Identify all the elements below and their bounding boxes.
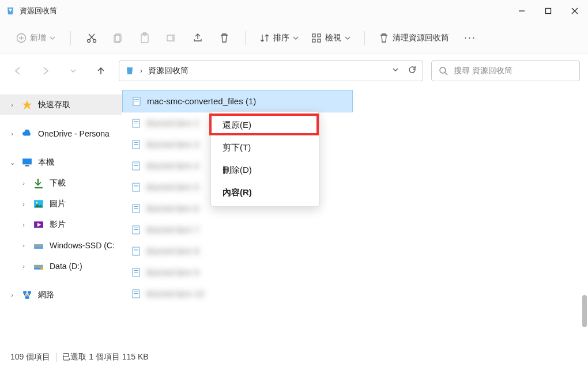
sidebar-item-network[interactable]: › 網路 [0, 285, 122, 305]
svg-rect-59 [134, 251, 138, 251]
title-bar: 資源回收筒 [0, 0, 588, 22]
recent-dropdown[interactable] [63, 61, 83, 81]
new-button[interactable]: 新增 [10, 29, 61, 47]
path-box[interactable]: › 資源回收筒 [119, 60, 423, 81]
svg-point-26 [36, 202, 37, 203]
sidebar-item-onedrive[interactable]: › OneDrive - Persona [0, 123, 122, 144]
sidebar-item-thispc[interactable]: ⌄ 本機 [0, 152, 122, 173]
svg-rect-15 [167, 35, 173, 41]
file-list: mac-smc-converted_files (1)blurred item … [122, 88, 588, 350]
minimize-button[interactable] [508, 2, 535, 20]
more-button[interactable]: ··· [457, 32, 483, 44]
forward-button[interactable] [36, 61, 55, 81]
svg-rect-64 [134, 292, 138, 292]
star-icon [22, 100, 32, 110]
share-button[interactable] [186, 27, 209, 50]
sidebar-item-cdrive[interactable]: › Windows-SSD (C: [0, 235, 122, 256]
file-row[interactable]: blurred item 7 [122, 219, 588, 240]
refresh-button[interactable] [408, 65, 417, 77]
sidebar-label: 圖片 [50, 199, 66, 209]
chevron-right-icon: › [20, 200, 28, 207]
file-row[interactable]: blurred item 6 [122, 198, 588, 219]
sidebar-label: 網路 [38, 290, 54, 300]
file-name: mac-smc-converted_files (1) [147, 96, 256, 106]
svg-rect-19 [312, 39, 315, 42]
svg-line-10 [89, 34, 94, 40]
view-button[interactable]: 檢視 [307, 29, 355, 47]
sidebar-item-quick-access[interactable]: › 快速存取 [0, 94, 122, 115]
sidebar-item-downloads[interactable]: › 下載 [0, 173, 122, 194]
sidebar: › 快速存取 › OneDrive - Persona ⌄ 本機 › 下載 › … [0, 88, 122, 350]
svg-rect-55 [134, 228, 138, 228]
videos-icon [33, 220, 44, 230]
back-button[interactable] [8, 61, 28, 81]
file-name: blurred item 7 [146, 225, 199, 234]
scrollbar-thumb[interactable] [582, 295, 587, 327]
svg-rect-40 [134, 121, 138, 122]
file-row[interactable]: blurred item 10 [122, 283, 588, 304]
drive-icon [33, 261, 44, 271]
file-name: blurred item 4 [146, 161, 199, 171]
empty-recycle-button[interactable]: 清理資源回收筒 [374, 29, 454, 47]
svg-rect-44 [134, 144, 138, 145]
file-row[interactable]: blurred item 9 [122, 262, 588, 283]
chevron-right-icon: › [8, 130, 16, 137]
cloud-icon [22, 128, 32, 139]
sort-button[interactable]: 排序 [255, 29, 303, 47]
file-icon [131, 204, 141, 213]
file-icon [131, 119, 141, 128]
file-name: blurred item 3 [146, 139, 199, 149]
maximize-button[interactable] [535, 2, 561, 20]
sort-label: 排序 [273, 33, 289, 43]
file-icon [131, 289, 141, 298]
svg-rect-17 [312, 34, 315, 37]
file-row[interactable]: blurred item 4 [122, 155, 588, 176]
sidebar-item-ddrive[interactable]: › Data (D:) [0, 256, 122, 277]
chevron-right-icon: › [20, 221, 28, 228]
ctx-restore[interactable]: 還原(E) [211, 114, 319, 137]
copy-button[interactable] [107, 27, 130, 50]
file-row[interactable]: blurred item 5 [122, 176, 588, 198]
file-icon [132, 97, 141, 106]
ctx-cut[interactable]: 剪下(T) [211, 137, 319, 159]
svg-rect-50 [134, 187, 138, 187]
sidebar-label: 影片 [50, 220, 66, 230]
path-location: 資源回收筒 [148, 66, 386, 76]
file-name: blurred item 6 [146, 203, 199, 213]
scissors-icon [86, 32, 97, 44]
sidebar-item-pictures[interactable]: › 圖片 [0, 194, 122, 214]
new-label: 新增 [30, 33, 46, 43]
file-row[interactable]: blurred item 3 [122, 134, 588, 155]
search-box[interactable]: 搜尋 資源回收筒 [431, 60, 580, 81]
ctx-properties[interactable]: 內容(R) [211, 181, 319, 204]
svg-rect-33 [23, 291, 27, 294]
file-row[interactable]: mac-smc-converted_files (1) [122, 90, 353, 112]
search-icon [439, 66, 448, 75]
svg-rect-28 [34, 244, 43, 248]
chevron-down-icon[interactable] [391, 66, 399, 76]
file-row[interactable]: blurred item 2 [122, 112, 588, 134]
sidebar-label: Windows-SSD (C: [50, 241, 115, 250]
svg-rect-62 [134, 272, 138, 273]
sidebar-label: OneDrive - Persona [38, 129, 110, 138]
ctx-delete[interactable]: 刪除(D) [211, 159, 319, 181]
plus-circle-icon [16, 33, 27, 43]
sidebar-item-videos[interactable]: › 影片 [0, 214, 122, 235]
context-menu: 還原(E) 剪下(T) 刪除(D) 內容(R) [210, 111, 320, 207]
delete-button[interactable] [213, 27, 236, 50]
separator [56, 353, 56, 362]
paste-button[interactable] [133, 27, 156, 50]
up-button[interactable] [91, 61, 111, 81]
close-button[interactable] [561, 2, 588, 20]
svg-rect-65 [134, 293, 138, 294]
chevron-down-icon [293, 35, 299, 41]
svg-line-9 [89, 34, 95, 40]
status-count: 109 個項目 [10, 352, 50, 362]
empty-label: 清理資源回收筒 [393, 33, 449, 43]
rename-button[interactable] [160, 27, 183, 50]
file-row[interactable]: blurred item 8 [122, 240, 588, 262]
toolbar: 新增 排序 檢視 清理資源回收筒 ··· [0, 22, 588, 54]
cut-button[interactable] [80, 27, 103, 50]
sidebar-label: Data (D:) [50, 262, 82, 271]
chevron-right-icon: › [140, 67, 142, 75]
